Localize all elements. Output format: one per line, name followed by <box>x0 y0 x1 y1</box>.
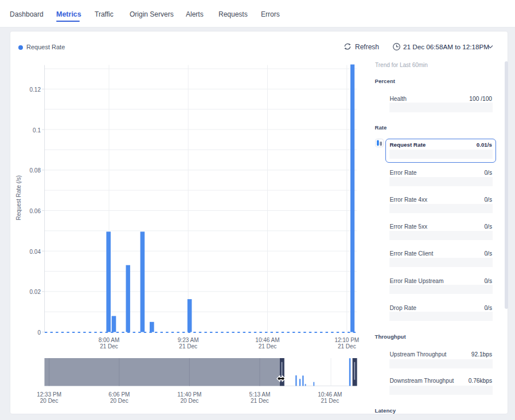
svg-text:0: 0 <box>37 329 41 336</box>
svg-text:21 Dec: 21 Dec <box>321 398 339 404</box>
svg-text:12:33 PM: 12:33 PM <box>37 391 61 398</box>
svg-text:20 Dec: 20 Dec <box>40 398 58 404</box>
svg-text:21 Dec: 21 Dec <box>100 343 118 350</box>
svg-text:20 Dec: 20 Dec <box>181 398 199 404</box>
svg-text:0.04: 0.04 <box>30 249 41 255</box>
svg-text:0.08: 0.08 <box>30 167 41 174</box>
svg-text:0.12: 0.12 <box>30 87 41 93</box>
svg-text:12:10 PM: 12:10 PM <box>334 337 359 343</box>
svg-text:6:06 PM: 6:06 PM <box>108 391 130 398</box>
svg-text:20 Dec: 20 Dec <box>110 398 128 404</box>
svg-text:21 Dec: 21 Dec <box>179 343 197 350</box>
svg-text:21 Dec: 21 Dec <box>259 343 277 350</box>
svg-text:9:23 AM: 9:23 AM <box>178 337 199 343</box>
svg-text:10:46 AM: 10:46 AM <box>318 391 342 398</box>
svg-text:5:13 AM: 5:13 AM <box>249 391 271 398</box>
svg-text:Request Rate (/s): Request Rate (/s) <box>15 175 22 220</box>
svg-text:21 Dec: 21 Dec <box>251 398 269 404</box>
svg-text:0.02: 0.02 <box>30 289 41 295</box>
svg-text:0.06: 0.06 <box>30 208 41 214</box>
svg-text:8:00 AM: 8:00 AM <box>99 337 120 343</box>
svg-text:0.1: 0.1 <box>33 127 41 134</box>
svg-text:11:40 PM: 11:40 PM <box>177 391 201 398</box>
svg-text:10:46 AM: 10:46 AM <box>255 337 279 343</box>
svg-text:21 Dec: 21 Dec <box>338 343 356 350</box>
